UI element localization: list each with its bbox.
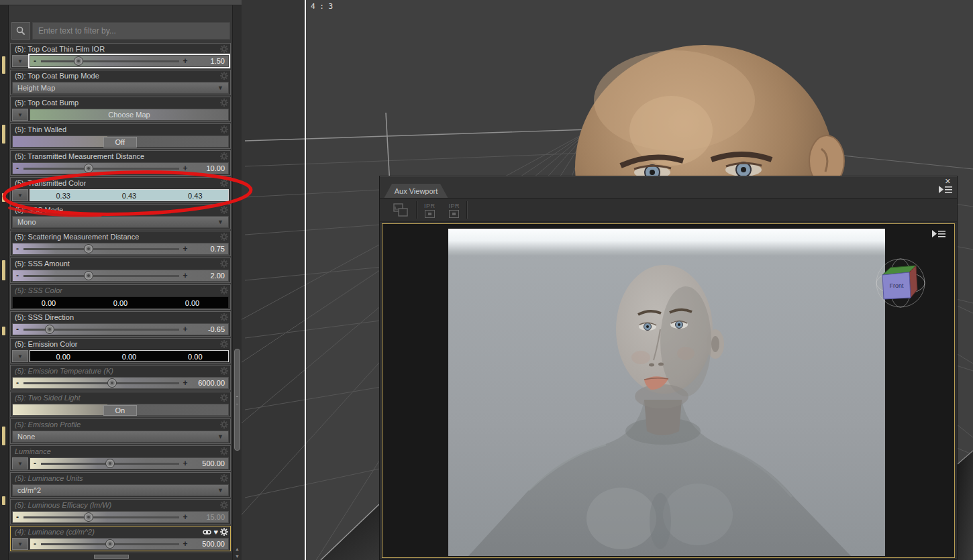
slider[interactable]: - + 2.00 (12, 270, 229, 282)
increment-icon[interactable]: + (181, 325, 190, 333)
slider-handle[interactable] (45, 325, 54, 334)
vertical-scrollbar-handle[interactable] (234, 349, 240, 451)
color-channel-value[interactable]: 0.00 (156, 297, 228, 308)
increment-icon[interactable]: + (181, 540, 190, 548)
slider-value[interactable]: -0.65 (190, 325, 228, 333)
increment-icon[interactable]: + (181, 245, 190, 253)
gear-icon[interactable] (220, 152, 228, 160)
gear-icon[interactable] (220, 447, 228, 455)
chevron-down-icon[interactable]: ▼ (12, 55, 28, 67)
chevron-down-icon[interactable]: ▼ (12, 538, 28, 550)
slider-track[interactable] (23, 248, 179, 250)
color-channel-value[interactable]: 0.43 (96, 190, 162, 201)
color-swatch[interactable]: 0.330.430.43 (30, 189, 229, 201)
scroll-down-icon[interactable]: ▼ (234, 553, 240, 559)
gear-icon[interactable] (220, 233, 228, 241)
slider[interactable]: - + -0.65 (12, 323, 229, 335)
slider-value[interactable]: 6000.00 (190, 379, 228, 387)
slider-handle[interactable] (84, 512, 93, 522)
gear-icon[interactable] (220, 313, 228, 321)
link-icon[interactable] (203, 528, 211, 536)
gear-icon[interactable] (220, 206, 228, 214)
slider[interactable]: - + 0.75 (12, 243, 229, 255)
increment-icon[interactable]: + (181, 379, 190, 387)
chevron-down-icon[interactable]: ▼ (12, 457, 28, 469)
increment-icon[interactable]: + (181, 164, 190, 172)
view-cube[interactable]: Front (874, 256, 927, 309)
slider-handle[interactable] (105, 539, 115, 549)
slider-value[interactable]: 15.00 (190, 513, 228, 521)
render-frames-button[interactable] (385, 201, 416, 219)
slider-value[interactable]: 500.00 (190, 540, 228, 548)
slider-track[interactable] (23, 168, 179, 170)
color-channel-value[interactable]: 0.00 (13, 297, 85, 308)
slider-track[interactable] (41, 463, 179, 465)
gear-icon[interactable] (220, 125, 228, 133)
color-swatch[interactable]: 0.000.000.00 (30, 350, 229, 362)
toggle-switch[interactable]: Off (12, 135, 229, 148)
toggle-state-button[interactable]: On (103, 405, 137, 416)
slider[interactable]: - + 1.50 (30, 55, 229, 67)
favorite-heart-icon[interactable]: ♥ (213, 528, 218, 536)
slider-handle[interactable] (105, 459, 115, 468)
gear-icon[interactable] (220, 286, 228, 294)
gear-icon[interactable] (220, 474, 228, 482)
decrement-icon[interactable]: - (13, 325, 22, 333)
main-3d-viewport[interactable]: 4 : 3 Aux Viewport ✕ (242, 0, 973, 560)
increment-icon[interactable]: + (181, 57, 190, 65)
gear-icon[interactable] (220, 260, 228, 268)
horizontal-scrollbar-handle[interactable] (94, 555, 129, 559)
dropdown-select[interactable]: Mono ▼ (12, 216, 229, 228)
panel-menu-icon[interactable] (939, 185, 952, 195)
color-channel-value[interactable]: 0.00 (96, 351, 162, 361)
ipr-render-button[interactable]: IPR (417, 201, 442, 219)
gear-icon[interactable] (220, 367, 228, 375)
aux-titlebar[interactable]: Aux Viewport ✕ (380, 176, 957, 199)
color-channel-value[interactable]: 0.00 (85, 297, 156, 308)
horizontal-scrollbar[interactable] (9, 553, 232, 560)
decrement-icon[interactable]: - (13, 272, 22, 280)
chevron-down-icon[interactable]: ▼ (12, 109, 28, 121)
vertical-scrollbar[interactable]: ▲ ▼ (232, 5, 242, 560)
slider-value[interactable]: 0.75 (190, 245, 228, 253)
slider-value[interactable]: 2.00 (190, 272, 228, 280)
search-icon[interactable] (11, 22, 30, 40)
slider-handle[interactable] (107, 378, 117, 388)
slider[interactable]: - + 10.00 (12, 162, 229, 174)
decrement-icon[interactable]: - (13, 164, 22, 172)
dropdown-select[interactable]: Height Map ▼ (12, 82, 229, 94)
slider-track[interactable] (23, 382, 179, 384)
viewport-menu-icon[interactable] (932, 229, 945, 239)
decrement-icon[interactable]: - (13, 513, 22, 521)
gear-icon[interactable] (220, 72, 228, 80)
color-swatch[interactable]: 0.000.000.00 (12, 296, 229, 309)
ipr-settings-button[interactable]: IPR (442, 201, 467, 219)
increment-icon[interactable]: + (181, 459, 190, 467)
dropdown-select[interactable]: cd/m^2 ▼ (12, 484, 229, 496)
color-channel-value[interactable]: 0.33 (30, 190, 96, 201)
slider-track[interactable] (41, 543, 179, 545)
choose-map-button[interactable]: Choose Map (30, 109, 229, 121)
slider-handle[interactable] (84, 164, 93, 173)
slider-handle[interactable] (74, 56, 83, 66)
toggle-switch[interactable]: On (12, 404, 229, 416)
color-channel-value[interactable]: 0.00 (30, 351, 96, 361)
slider[interactable]: - + 500.00 (30, 538, 229, 550)
scroll-up-icon[interactable]: ▲ (234, 546, 240, 552)
gear-icon[interactable] (220, 528, 228, 536)
slider[interactable]: - + 6000.00 (12, 377, 229, 389)
decrement-icon[interactable]: - (30, 459, 40, 467)
toggle-state-button[interactable]: Off (103, 137, 137, 148)
slider-value[interactable]: 10.00 (190, 164, 228, 172)
gear-icon[interactable] (220, 99, 228, 107)
increment-icon[interactable]: + (181, 513, 190, 521)
slider-value[interactable]: 500.00 (190, 459, 228, 467)
decrement-icon[interactable]: - (13, 379, 22, 387)
slider-track[interactable] (23, 275, 179, 277)
filter-input[interactable] (32, 22, 230, 40)
gear-icon[interactable] (220, 421, 228, 429)
slider-value[interactable]: 1.50 (190, 57, 228, 65)
slider-track[interactable] (41, 60, 179, 62)
slider[interactable]: - + 15.00 (12, 511, 229, 523)
slider-handle[interactable] (84, 244, 93, 254)
